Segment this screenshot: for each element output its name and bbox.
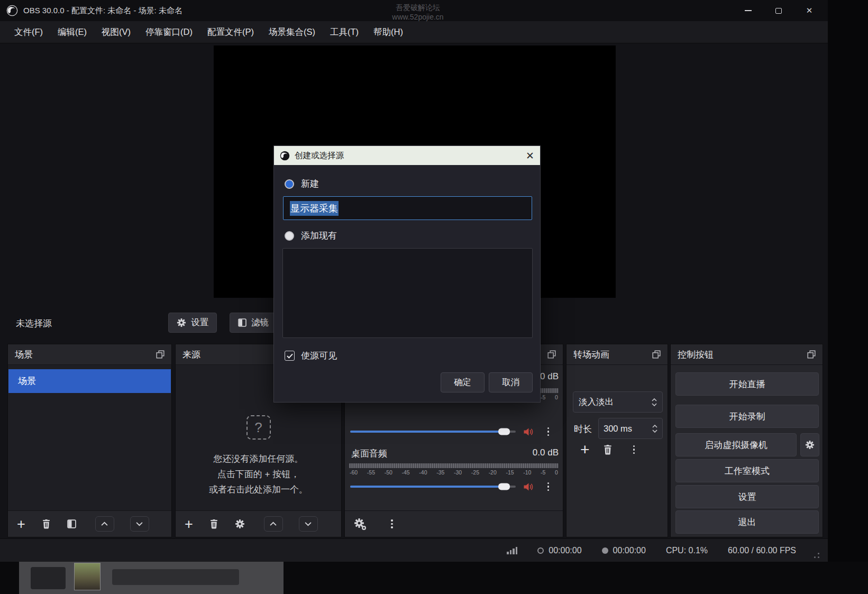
source-filters-button[interactable]: 滤镜 (230, 313, 277, 333)
checkbox-checked-icon[interactable] (285, 351, 295, 361)
add-existing-radio-row[interactable]: 添加现有 (285, 230, 337, 242)
stream-time: 00:00:00 (549, 546, 581, 555)
resize-grip[interactable] (811, 550, 819, 558)
obs-logo-icon (280, 151, 290, 161)
close-button[interactable]: ✕ (794, 0, 825, 21)
speaker-icon[interactable] (523, 427, 534, 436)
menu-help[interactable]: 帮助(H) (366, 21, 410, 43)
watermark-line1: 吾爱破解论坛 (373, 3, 463, 12)
menu-edit[interactable]: 编辑(E) (50, 21, 94, 43)
desktop: OBS 30.0.0 - 配置文件: 未命名 - 场景: 未命名 ✕ 吾爱破解论… (0, 0, 868, 594)
volume-fill (350, 486, 504, 488)
add-transition-button[interactable]: + (580, 444, 590, 455)
menu-profile[interactable]: 配置文件(P) (200, 21, 261, 43)
maximize-icon (775, 8, 782, 14)
start-virtual-camera-button[interactable]: 启动虚拟摄像机 (675, 433, 797, 456)
minimize-icon (745, 10, 752, 11)
scene-item-selected[interactable]: 场景 (8, 369, 171, 393)
cpu-usage: CPU: 0.1% (666, 546, 708, 555)
transitions-dock-title: 转场动画 (573, 349, 609, 361)
popout-icon[interactable] (652, 350, 661, 359)
dialog-close-button[interactable]: ✕ (518, 150, 534, 162)
record-status-icon (602, 547, 608, 554)
mixer-source2-meter: -60-55-50-45-40-35-30-25-20-15-10-50 (349, 463, 559, 476)
new-source-radio-row[interactable]: 新建 (285, 178, 319, 190)
menu-docks[interactable]: 停靠窗口(D) (138, 21, 200, 43)
studio-mode-button[interactable]: 工作室模式 (675, 459, 819, 482)
tick: 0 (555, 469, 558, 476)
menubar: 文件(F) 编辑(E) 视图(V) 停靠窗口(D) 配置文件(P) 场景集合(S… (0, 21, 828, 43)
new-source-radio-label: 新建 (301, 178, 319, 190)
remove-source-button[interactable] (209, 519, 219, 529)
window-title: OBS 30.0.0 - 配置文件: 未命名 - 场景: 未命名 (23, 6, 182, 16)
record-time: 00:00:00 (613, 546, 646, 555)
mixer-source2-menu-button[interactable] (547, 482, 550, 491)
tick: -5 (541, 469, 545, 476)
menu-view[interactable]: 视图(V) (94, 21, 138, 43)
scenes-dock: 场景 场景 + (7, 344, 172, 537)
source-properties-gear-button[interactable] (235, 519, 245, 529)
popout-icon[interactable] (156, 350, 165, 359)
background-image-thumbnail (74, 563, 100, 590)
close-icon: ✕ (806, 6, 813, 15)
advanced-audio-properties-button[interactable] (354, 518, 367, 531)
meter-bar (349, 463, 559, 468)
transition-properties-button[interactable] (633, 445, 635, 454)
question-glyph: ? (254, 419, 262, 436)
popout-icon[interactable] (807, 350, 816, 359)
background-window-shape (31, 567, 66, 589)
move-source-up-button[interactable] (264, 516, 283, 532)
stream-timer: 00:00:00 (537, 546, 581, 555)
radio-selected-icon[interactable] (285, 179, 294, 189)
scene-filters-button[interactable] (67, 519, 76, 528)
controls-dock-title: 控制按钮 (678, 349, 714, 361)
virtual-camera-settings-button[interactable] (800, 433, 819, 456)
volume-handle[interactable] (498, 483, 510, 490)
background-window-shape (112, 569, 239, 585)
make-source-visible-row[interactable]: 使源可见 (285, 350, 337, 362)
move-source-down-button[interactable] (299, 516, 318, 532)
controls-dock-header: 控制按钮 (671, 344, 823, 365)
minimize-button[interactable] (733, 0, 763, 21)
transitions-dock-header: 转场动画 (567, 344, 668, 365)
duration-spinbox[interactable]: 300 ms (598, 418, 663, 439)
watermark-line2: www.52pojie.cn (373, 12, 463, 22)
tick: -15 (506, 469, 514, 476)
duration-label: 时长 (574, 423, 592, 435)
spin-arrows-icon[interactable] (652, 425, 657, 433)
cancel-button[interactable]: 取消 (489, 372, 533, 392)
sources-empty-line2: 点击下面的 + 按钮， (176, 467, 341, 482)
source-name-input[interactable]: 显示器采集 (283, 196, 532, 220)
transition-select[interactable]: 淡入淡出 (573, 391, 663, 413)
menu-file[interactable]: 文件(F) (7, 21, 50, 43)
move-scene-up-button[interactable] (95, 516, 114, 532)
source-name-value: 显示器采集 (290, 201, 339, 216)
start-recording-button[interactable]: 开始录制 (675, 405, 819, 428)
move-scene-down-button[interactable] (130, 516, 149, 532)
volume-slider[interactable] (350, 431, 516, 433)
volume-slider[interactable] (350, 486, 516, 488)
start-streaming-button[interactable]: 开始直播 (675, 372, 819, 396)
settings-button[interactable]: 设置 (675, 485, 819, 508)
existing-sources-list[interactable] (282, 248, 533, 338)
add-scene-button[interactable]: + (17, 519, 25, 529)
mixer-source1-menu-button[interactable] (547, 427, 550, 436)
mixer-menu-button[interactable] (391, 519, 393, 528)
remove-scene-button[interactable] (41, 519, 51, 529)
popout-icon[interactable] (547, 350, 556, 359)
tick: -50 (385, 469, 392, 476)
ok-button[interactable]: 确定 (441, 372, 485, 392)
add-source-button[interactable]: + (185, 519, 193, 529)
speaker-icon[interactable] (523, 482, 534, 491)
menu-tools[interactable]: 工具(T) (323, 21, 366, 43)
mixer-source1-volume-row (350, 425, 549, 438)
radio-unselected-icon[interactable] (285, 231, 294, 241)
menu-scene-collection[interactable]: 场景集合(S) (261, 21, 323, 43)
gear-icon (805, 440, 815, 450)
scenes-dock-title: 场景 (15, 349, 33, 361)
source-properties-button[interactable]: 设置 (168, 313, 217, 333)
exit-button[interactable]: 退出 (675, 510, 819, 534)
maximize-button[interactable] (763, 0, 794, 21)
remove-transition-button[interactable] (602, 444, 613, 455)
volume-handle[interactable] (498, 428, 510, 435)
